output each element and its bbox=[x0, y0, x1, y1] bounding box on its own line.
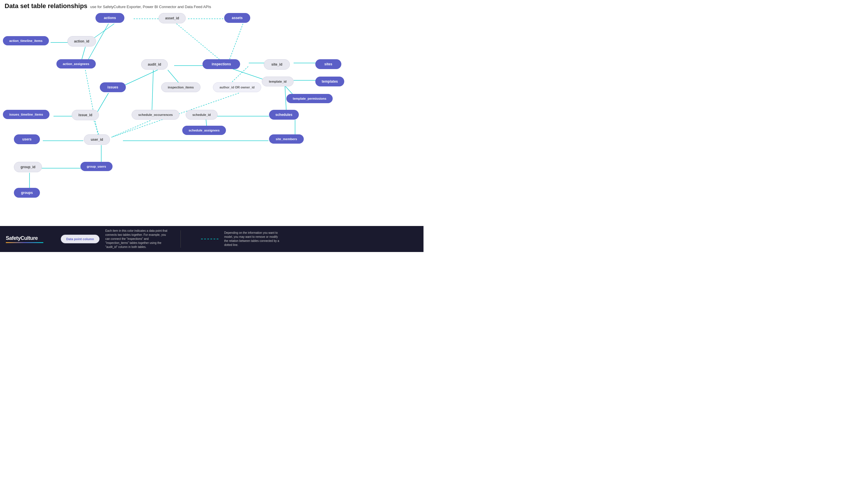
node-issue-id: issue_id bbox=[72, 110, 99, 120]
footer-legend: Data point column Each item in this colo… bbox=[61, 229, 169, 249]
node-templates: templates bbox=[315, 76, 344, 86]
legend-dashed-description: Depending on the information you want to… bbox=[224, 231, 282, 247]
node-template-permissions: template_permissions bbox=[287, 94, 333, 103]
node-sites: sites bbox=[315, 59, 341, 69]
node-schedule-assignees: schedule_assignees bbox=[182, 126, 226, 135]
legend-description: Each item in this color indicates a data… bbox=[105, 229, 169, 249]
node-groups: groups bbox=[14, 188, 40, 198]
svg-line-10 bbox=[231, 69, 266, 80]
node-template-id: template_id bbox=[262, 76, 294, 86]
node-schedule-occurrences: schedule_occurrences bbox=[132, 110, 179, 120]
node-site-id: site_id bbox=[264, 59, 290, 70]
node-schedules: schedules bbox=[269, 110, 299, 120]
node-asset-id: asset_id bbox=[158, 13, 186, 23]
footer-dashed-legend: Depending on the information you want to… bbox=[201, 231, 282, 247]
legend-pill: Data point column bbox=[61, 235, 100, 243]
node-audit-id: audit_id bbox=[141, 59, 168, 70]
node-site-members: site_members bbox=[269, 134, 304, 144]
footer-divider bbox=[180, 230, 181, 248]
svg-line-27 bbox=[228, 24, 243, 62]
node-assets: assets bbox=[224, 13, 250, 23]
title-area: Data set table relationships use for Saf… bbox=[5, 2, 211, 10]
node-issues-timeline-items: issues_timeline_items bbox=[3, 110, 50, 119]
main-title: Data set table relationships bbox=[5, 2, 87, 10]
node-actions: actions bbox=[96, 13, 124, 23]
node-action-id: action_id bbox=[67, 36, 96, 47]
node-users: users bbox=[14, 134, 40, 144]
svg-line-0 bbox=[92, 24, 114, 39]
node-group-id: group_id bbox=[14, 162, 42, 172]
svg-line-32 bbox=[111, 121, 151, 137]
node-inspections: inspections bbox=[203, 59, 240, 69]
node-user-id: user_id bbox=[84, 134, 110, 145]
node-inspection-items: inspection_items bbox=[161, 83, 201, 92]
footer-logo-text: SafetyCulture bbox=[6, 235, 38, 241]
footer-logo-bar bbox=[6, 242, 44, 243]
page-container: Data set table relationships use for Saf… bbox=[0, 0, 424, 252]
node-author-owner-id: author_id OR owner_id bbox=[213, 83, 261, 92]
node-group-users: group_users bbox=[81, 162, 113, 171]
svg-line-14 bbox=[97, 93, 108, 113]
legend-dashed-line bbox=[201, 239, 219, 239]
svg-line-26 bbox=[176, 24, 223, 62]
svg-line-5 bbox=[124, 70, 158, 85]
node-issues: issues bbox=[100, 83, 126, 92]
sub-title: use for SafetyCulture Exporter, Power BI… bbox=[90, 5, 211, 9]
footer-logo: SafetyCulture bbox=[6, 235, 44, 243]
node-action-timeline-items: action_timeline_items bbox=[3, 36, 49, 46]
node-action-assignees: action_assignees bbox=[56, 59, 96, 69]
svg-line-7 bbox=[152, 70, 153, 113]
footer: SafetyCulture Data point column Each ite… bbox=[0, 226, 424, 252]
svg-line-31 bbox=[85, 70, 98, 137]
node-schedule-id: schedule_id bbox=[186, 110, 218, 120]
